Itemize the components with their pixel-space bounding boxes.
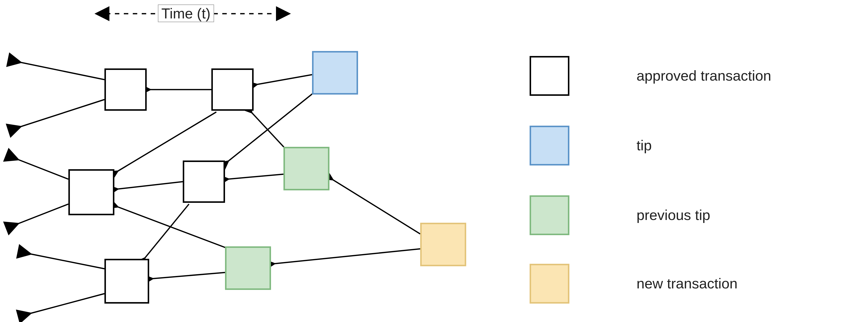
node-approved-a4: [183, 160, 225, 203]
legend-label-tip: tip: [637, 137, 652, 153]
node-tip-t1: [312, 51, 358, 94]
node-approved-a1: [104, 68, 147, 111]
svg-line-15: [30, 294, 104, 314]
svg-line-14: [30, 254, 104, 269]
legend-swatch-approved: [530, 56, 569, 96]
diagram-stage: Time (t) approved transaction tip previo…: [0, 0, 868, 322]
svg-line-9: [227, 174, 283, 179]
legend-swatch-tip: [530, 126, 569, 166]
svg-line-3: [256, 75, 312, 85]
svg-line-12: [152, 272, 225, 279]
svg-line-10: [251, 112, 286, 149]
legend-swatch-previous-tip: [530, 195, 569, 235]
node-approved-a5: [104, 259, 149, 303]
node-approved-a3: [68, 169, 114, 215]
svg-line-17: [274, 249, 420, 264]
node-newtx-n1: [420, 223, 466, 266]
svg-line-6: [18, 159, 68, 179]
legend-swatch-new-transaction: [530, 264, 569, 303]
svg-line-8: [117, 182, 183, 189]
legend-label-approved: approved transaction: [637, 67, 771, 84]
legend-label-previous-tip: previous tip: [637, 207, 710, 223]
svg-line-1: [20, 99, 104, 127]
legend-label-new-transaction: new transaction: [637, 275, 738, 292]
svg-line-0: [20, 62, 104, 80]
node-approved-a2: [211, 68, 254, 111]
svg-line-13: [117, 207, 229, 249]
svg-line-16: [332, 179, 420, 234]
node-prevtip-p2: [225, 246, 271, 290]
time-axis-label: Time (t): [158, 4, 214, 22]
node-prevtip-p1: [283, 147, 330, 191]
svg-line-7: [18, 204, 68, 224]
